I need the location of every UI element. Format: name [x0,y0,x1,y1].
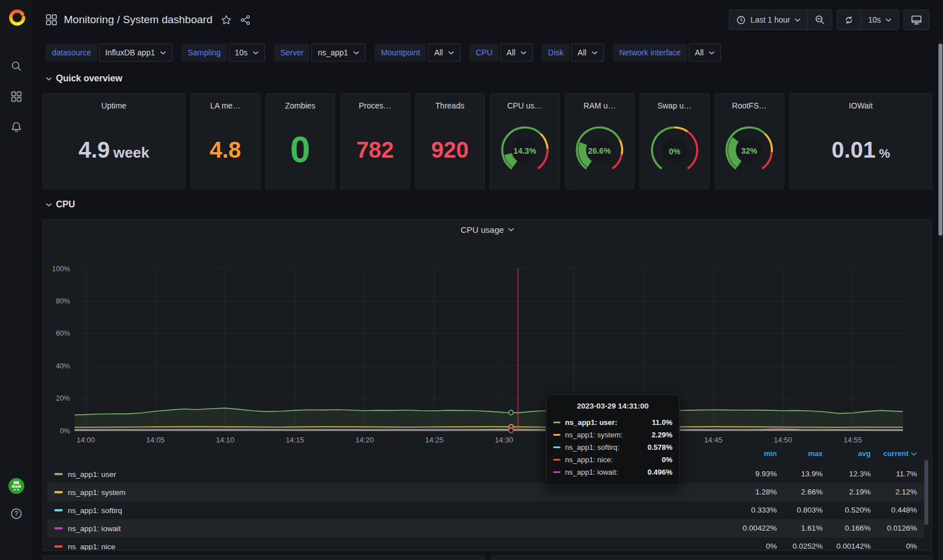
legend-scrollbar[interactable] [924,460,928,525]
dashboard-title: Monitoring / System dashboard [64,14,212,26]
panel-title-cpu-usage[interactable]: CPU usage [43,225,932,235]
refresh-button[interactable] [837,10,861,29]
series-name[interactable]: ns_app1: iowait [68,524,121,533]
series-color-dash[interactable] [54,491,63,493]
legend-min-value: 0% [725,542,777,550]
cpu-usage-chart[interactable]: 0%20%40%60%80%100%14:0014:0514:1014:1514… [43,220,932,447]
refresh-icon [844,15,854,25]
variable-label[interactable]: CPU [470,44,499,62]
tv-mode-button[interactable] [904,10,929,29]
grafana-logo-icon[interactable] [7,7,26,26]
series-name[interactable]: ns_app1: user [68,470,116,479]
panel-threads: Threads920 [415,93,485,189]
alerting-bell-icon[interactable] [0,112,32,142]
svg-text:14:50: 14:50 [774,436,793,444]
legend-current-value: 0% [865,542,917,550]
sidebar-bottom: ? [0,477,32,520]
hover-point [509,428,514,433]
panel-title[interactable]: IOWait [849,94,872,110]
variable-value: 10s [235,48,248,57]
tooltip-series-value: 2.29% [651,431,672,439]
stats-row: Uptime4.9 weekLA me…4.8Zombies0Proces…78… [42,93,932,189]
dashboards-grid-icon[interactable] [0,81,32,112]
section-quick-overview[interactable]: Quick overview [46,73,122,84]
panel-title[interactable]: RAM u… [584,94,616,110]
variable-label[interactable]: Network interface [613,44,687,62]
variable-value-dropdown[interactable]: All [501,44,533,62]
stat-body: 920 [416,110,485,189]
variable-disk: DiskAll [542,44,604,62]
zoom-out-button[interactable] [807,10,832,29]
variable-value: All [507,48,516,57]
section-cpu[interactable]: CPU [46,199,75,210]
legend-row-ns-app1-iowait[interactable]: ns_app1: iowait0.00422%1.61%0.166%0.0126… [47,519,924,537]
star-icon[interactable] [221,15,232,25]
panel-title[interactable]: LA me… [210,94,241,110]
svg-text:40%: 40% [56,362,70,370]
variable-value-dropdown[interactable]: InfluxDB app1 [99,44,172,62]
search-icon[interactable] [0,51,32,81]
variable-value-dropdown[interactable]: ns_app1 [311,44,366,62]
legend-min-value: 1.28% [725,488,777,496]
legend-current-value: 0.0126% [865,524,917,532]
legend-row-ns-app1-system[interactable]: ns_app1: system1.28%2.66%2.19%2.12% [47,483,924,501]
panel-title[interactable]: RootFS… [732,94,767,110]
panel-title[interactable]: Proces… [359,94,392,110]
legend-sort-max[interactable]: max [771,449,823,458]
legend-sort-min[interactable]: min [725,449,777,458]
chevron-down-icon [520,51,527,55]
time-range-picker[interactable]: Last 1 hour [729,10,807,29]
legend-sort-current[interactable]: current [865,449,917,458]
legend-row-ns-app1-nice[interactable]: ns_app1: nice0%0.0252%0.00142%0% [47,537,924,551]
variable-label[interactable]: Server [274,44,310,62]
legend-row-ns-app1-softirq[interactable]: ns_app1: softirq0.333%0.803%0.520%0.448% [47,501,924,519]
series-name[interactable]: ns_app1: nice [68,542,115,551]
tooltip-series-dash [553,422,560,423]
refresh-interval-dropdown[interactable]: 10s [861,10,898,29]
help-icon[interactable]: ? [0,507,32,520]
share-icon[interactable] [240,15,251,25]
series-color-dash[interactable] [54,545,63,548]
panel-title[interactable]: CPU us… [507,94,542,110]
legend-row-ns-app1-user[interactable]: ns_app1: user9.93%13.9%12.3%11.7% [47,465,924,483]
series-color-dash[interactable] [54,509,63,511]
variable-label[interactable]: Sampling [181,44,227,62]
svg-text:?: ? [14,510,18,518]
series-color-dash[interactable] [54,527,63,529]
section-title: CPU [56,199,75,210]
legend-avg-value: 12.3% [819,470,871,478]
series-name[interactable]: ns_app1: softirq [68,506,122,515]
variable-value-dropdown[interactable]: All [428,44,460,62]
legend-current-value: 11.7% [865,470,917,478]
legend-sort-avg[interactable]: avg [819,449,871,458]
chevron-down-icon [448,51,454,55]
panel-title[interactable]: Uptime [101,94,126,110]
variable-label[interactable]: datasource [46,44,97,62]
panel-title[interactable]: Zombies [285,94,315,110]
user-avatar[interactable] [8,477,25,494]
panel-proces: Proces…782 [340,93,410,189]
section-title: Quick overview [56,73,122,84]
variable-label[interactable]: Mountpoint [375,44,426,62]
stat-body: 4.8 [191,110,260,189]
svg-text:26.6%: 26.6% [588,146,611,155]
panel-title[interactable]: Threads [436,94,464,110]
variable-value-dropdown[interactable]: 10s [229,44,266,62]
chevron-down-icon [885,18,892,22]
panel-title[interactable]: Swap u… [657,94,692,110]
variable-value-dropdown[interactable]: All [571,44,604,62]
variable-value: All [434,48,443,57]
chevron-down-icon [160,51,166,55]
panel-swap-u: Swap u…0% [640,93,710,189]
series-name[interactable]: ns_app1: system [68,488,125,497]
panel-cpu-us: CPU us…14.3% [490,93,560,189]
series-color-dash[interactable] [54,473,63,475]
page-scrollbar-thumb[interactable] [938,44,942,236]
svg-text:14:30: 14:30 [495,436,514,444]
variable-value-dropdown[interactable]: All [689,44,722,62]
variable-label[interactable]: Disk [542,44,570,62]
apps-grid-icon[interactable] [46,14,57,25]
variables-row: datasourceInfluxDB app1Sampling10sServer… [46,44,721,62]
gauge: 32% [716,122,782,177]
svg-text:32%: 32% [741,146,758,155]
